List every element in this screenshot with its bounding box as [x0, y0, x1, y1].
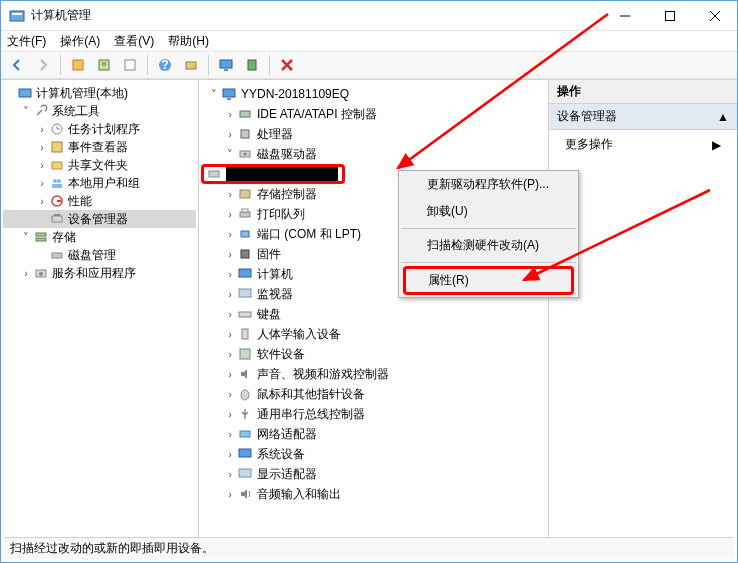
- maximize-button[interactable]: [647, 1, 692, 31]
- svg-rect-56: [239, 449, 251, 457]
- display-icon: [237, 466, 253, 482]
- svg-rect-51: [239, 312, 251, 317]
- dev-audio[interactable]: ›音频输入和输出: [201, 484, 546, 504]
- tree-disk-mgmt[interactable]: 磁盘管理: [3, 246, 196, 264]
- dev-mice[interactable]: ›鼠标和其他指针设备: [201, 384, 546, 404]
- dev-hid[interactable]: ›人体学输入设备: [201, 324, 546, 344]
- toolbar-help-icon[interactable]: ?: [153, 53, 177, 77]
- ide-icon: [237, 106, 253, 122]
- cm-uninstall[interactable]: 卸载(U): [399, 198, 578, 225]
- tree-system-tools[interactable]: ˅ 系统工具: [3, 102, 196, 120]
- redacted-disk-name: [226, 167, 338, 181]
- title-bar: 计算机管理: [1, 1, 737, 31]
- dev-usb[interactable]: ›通用串行总线控制器: [201, 404, 546, 424]
- back-button[interactable]: [5, 53, 29, 77]
- svg-rect-57: [239, 469, 251, 477]
- svg-point-54: [241, 390, 249, 400]
- dev-sound[interactable]: ›声音、视频和游戏控制器: [201, 364, 546, 384]
- svg-rect-46: [242, 209, 248, 212]
- firmware-icon: [237, 246, 253, 262]
- dev-display[interactable]: ›显示适配器: [201, 464, 546, 484]
- context-menu: 更新驱动程序软件(P)... 卸载(U) 扫描检测硬件改动(A) 属性(R): [398, 170, 579, 298]
- svg-rect-30: [52, 216, 62, 222]
- tree-root[interactable]: 计算机管理(本地): [3, 84, 196, 102]
- tree-performance[interactable]: › 性能: [3, 192, 196, 210]
- toolbar-icon-3[interactable]: [118, 53, 142, 77]
- storage-icon: [33, 229, 49, 245]
- svg-rect-50: [239, 289, 251, 297]
- svg-rect-0: [10, 11, 24, 21]
- menu-bar: 文件(F) 操作(A) 查看(V) 帮助(H): [1, 31, 737, 51]
- users-icon: [49, 175, 65, 191]
- menu-help[interactable]: 帮助(H): [168, 33, 209, 50]
- cpu-icon: [237, 126, 253, 142]
- disk-icon: [237, 146, 253, 162]
- tree-event-viewer[interactable]: › 事件查看器: [3, 138, 196, 156]
- tree-local-users[interactable]: › 本地用户和组: [3, 174, 196, 192]
- tree-shared-folders[interactable]: › 共享文件夹: [3, 156, 196, 174]
- toolbar-icon-1[interactable]: [66, 53, 90, 77]
- collapse-arrow-icon: ▲: [717, 110, 729, 124]
- usb-icon: [237, 406, 253, 422]
- left-tree-pane[interactable]: 计算机管理(本地) ˅ 系统工具 › 任务计划程序 › 事件查看器 › 共享文件…: [1, 80, 199, 537]
- svg-rect-45: [240, 212, 250, 217]
- dev-disk-drives[interactable]: ˅磁盘驱动器: [201, 144, 546, 164]
- cm-update-driver[interactable]: 更新驱动程序软件(P)...: [399, 171, 578, 198]
- tree-device-manager[interactable]: 设备管理器: [3, 210, 196, 228]
- minimize-button[interactable]: [602, 1, 647, 31]
- keyboard-icon: [237, 306, 253, 322]
- svg-rect-19: [19, 89, 31, 97]
- menu-file[interactable]: 文件(F): [7, 33, 46, 50]
- computer-mgmt-icon: [17, 85, 33, 101]
- dev-system[interactable]: ›系统设备: [201, 444, 546, 464]
- dev-root[interactable]: ˅ YYDN-20181109EQ: [201, 84, 546, 104]
- menu-view[interactable]: 查看(V): [114, 33, 154, 50]
- actions-more[interactable]: 更多操作 ▶: [549, 130, 737, 159]
- cm-properties[interactable]: 属性(R): [403, 266, 574, 295]
- svg-rect-37: [223, 89, 235, 97]
- toolbar-icon-2[interactable]: [92, 53, 116, 77]
- system-icon: [237, 446, 253, 462]
- toolbar-delete-icon[interactable]: [275, 53, 299, 77]
- tree-services[interactable]: › 服务和应用程序: [3, 264, 196, 282]
- folder-share-icon: [49, 157, 65, 173]
- menu-action[interactable]: 操作(A): [60, 33, 100, 50]
- dev-network[interactable]: ›网络适配器: [201, 424, 546, 444]
- svg-rect-44: [240, 190, 250, 198]
- software-icon: [237, 346, 253, 362]
- actions-header: 操作: [549, 80, 737, 104]
- status-text: 扫描经过改动的或新的即插即用设备。: [10, 540, 214, 557]
- svg-rect-14: [220, 60, 232, 68]
- cm-scan-hw[interactable]: 扫描检测硬件改动(A): [399, 232, 578, 259]
- device-tree-pane[interactable]: ˅ YYDN-20181109EQ ›IDE ATA/ATAPI 控制器 ›处理…: [199, 80, 549, 537]
- svg-rect-15: [224, 69, 228, 71]
- actions-section[interactable]: 设备管理器 ▲: [549, 104, 737, 130]
- close-button[interactable]: [692, 1, 737, 31]
- toolbar-scan-icon[interactable]: [179, 53, 203, 77]
- toolbar-monitor-icon[interactable]: [214, 53, 238, 77]
- services-icon: [33, 265, 49, 281]
- svg-rect-39: [240, 111, 250, 117]
- svg-rect-49: [239, 269, 251, 277]
- dev-selected-disk[interactable]: [201, 164, 345, 184]
- svg-rect-1: [12, 13, 22, 15]
- svg-rect-38: [227, 98, 231, 100]
- mouse-icon: [237, 386, 253, 402]
- computer-node-icon: [237, 266, 253, 282]
- tree-task-scheduler[interactable]: › 任务计划程序: [3, 120, 196, 138]
- app-icon: [9, 8, 25, 24]
- svg-rect-32: [36, 233, 46, 236]
- hid-icon: [237, 326, 253, 342]
- dev-software[interactable]: ›软件设备: [201, 344, 546, 364]
- svg-point-42: [244, 153, 247, 156]
- svg-point-36: [39, 272, 43, 276]
- monitor-icon: [237, 286, 253, 302]
- forward-button[interactable]: [31, 53, 55, 77]
- svg-rect-40: [241, 130, 249, 138]
- toolbar-device-icon[interactable]: [240, 53, 264, 77]
- dev-ide[interactable]: ›IDE ATA/ATAPI 控制器: [201, 104, 546, 124]
- dev-keyboards[interactable]: ›键盘: [201, 304, 546, 324]
- svg-point-25: [53, 179, 57, 183]
- tree-storage[interactable]: ˅ 存储: [3, 228, 196, 246]
- dev-cpu[interactable]: ›处理器: [201, 124, 546, 144]
